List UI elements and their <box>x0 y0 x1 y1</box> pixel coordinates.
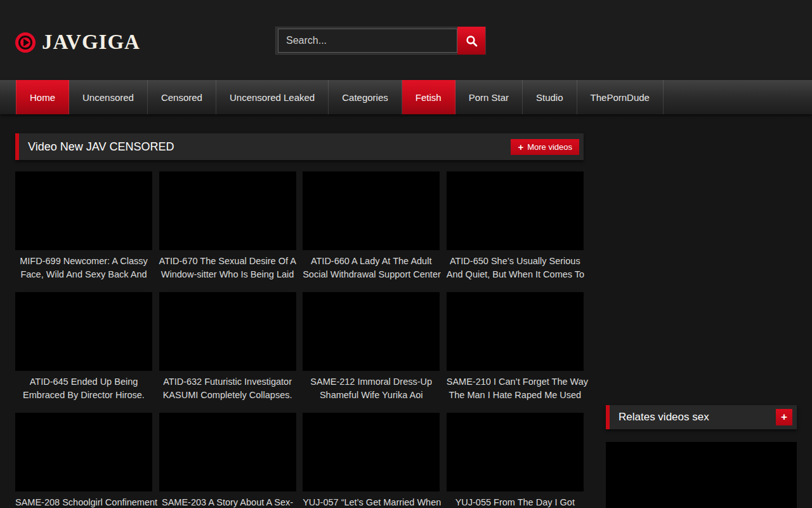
section-header-new-jav: Video New JAV CENSORED + More videos <box>15 133 584 160</box>
video-thumbnail[interactable] <box>447 292 584 371</box>
video-title: YUJ-057 “Let’s Get Married When <box>303 496 440 508</box>
play-icon-ring <box>18 36 32 50</box>
search-icon <box>466 35 478 47</box>
video-thumbnail[interactable] <box>303 292 440 371</box>
video-card[interactable]: ATID-632 Futuristic InvestigatorKASUMI C… <box>159 292 296 413</box>
nav-item-uncensored[interactable]: Uncensored <box>69 80 148 114</box>
video-thumbnail[interactable] <box>303 413 440 491</box>
main-nav: Home Uncensored Censored Uncensored Leak… <box>0 80 812 114</box>
sidebar-video-thumbnail[interactable] <box>606 442 797 508</box>
video-thumbnail[interactable] <box>447 413 584 491</box>
play-icon-triangle <box>23 39 29 46</box>
play-icon <box>15 32 36 53</box>
video-thumbnail[interactable] <box>159 413 296 491</box>
video-thumbnail[interactable] <box>303 171 440 250</box>
nav-item-fetish[interactable]: Fetish <box>402 80 455 114</box>
video-card[interactable]: SAME-203 A Story About A Sex- <box>159 413 296 508</box>
video-thumbnail[interactable] <box>15 292 152 371</box>
video-card[interactable]: SAME-210 I Can’t Forget The WayThe Man I… <box>447 292 584 413</box>
video-card[interactable]: SAME-212 Immoral Dress-UpShameful Wife Y… <box>303 292 440 413</box>
search-button[interactable] <box>457 27 485 55</box>
plus-icon: + <box>518 142 523 152</box>
video-title: ATID-670 The Sexual Desire Of AWindow-si… <box>159 255 296 281</box>
video-grid: MIFD-699 Newcomer: A ClassyFace, Wild An… <box>15 171 584 508</box>
search-input[interactable] <box>278 29 457 53</box>
plus-icon: + <box>781 411 787 424</box>
sidebar-section-title: Relates videos sex <box>610 411 709 424</box>
video-title: ATID-650 She’s Usually SeriousAnd Quiet,… <box>447 255 584 281</box>
video-card[interactable]: YUJ-055 From The Day I Got <box>447 413 584 508</box>
video-thumbnail[interactable] <box>159 171 296 250</box>
more-videos-label: More videos <box>527 142 572 152</box>
sidebar-expand-button[interactable]: + <box>776 409 792 425</box>
video-title: SAME-203 A Story About A Sex- <box>159 496 296 508</box>
video-thumbnail[interactable] <box>159 292 296 371</box>
video-title: SAME-210 I Can’t Forget The WayThe Man I… <box>447 375 584 402</box>
nav-item-theporndude[interactable]: ThePornDude <box>577 80 664 114</box>
video-thumbnail[interactable] <box>15 413 152 491</box>
nav-item-categories[interactable]: Categories <box>329 80 402 114</box>
nav-item-porn-star[interactable]: Porn Star <box>455 80 523 114</box>
site-header: JAVGIGA <box>0 0 812 80</box>
video-title: YUJ-055 From The Day I Got <box>447 496 584 508</box>
brand-name: JAVGIGA <box>42 30 140 54</box>
video-card[interactable]: ATID-645 Ended Up BeingEmbraced By Direc… <box>15 292 152 413</box>
video-title: ATID-660 A Lady At The AdultSocial Withd… <box>303 255 440 281</box>
search-bar <box>275 27 486 55</box>
nav-item-studio[interactable]: Studio <box>523 80 577 114</box>
video-title: ATID-645 Ended Up BeingEmbraced By Direc… <box>15 375 152 402</box>
video-title: ATID-632 Futuristic InvestigatorKASUMI C… <box>159 375 296 402</box>
video-card[interactable]: ATID-650 She’s Usually SeriousAnd Quiet,… <box>447 171 584 292</box>
sidebar-section-header: Relates videos sex + <box>606 405 797 429</box>
video-card[interactable]: ATID-670 The Sexual Desire Of AWindow-si… <box>159 171 296 292</box>
video-title: SAME-212 Immoral Dress-UpShameful Wife Y… <box>303 375 440 402</box>
video-title: SAME-208 Schoolgirl Confinement <box>15 496 152 508</box>
video-card[interactable]: ATID-660 A Lady At The AdultSocial Withd… <box>303 171 440 292</box>
nav-item-censored[interactable]: Censored <box>148 80 216 114</box>
video-title: MIFD-699 Newcomer: A ClassyFace, Wild An… <box>15 255 152 281</box>
nav-item-uncensored-leaked[interactable]: Uncensored Leaked <box>216 80 329 114</box>
more-videos-button[interactable]: + More videos <box>511 139 579 155</box>
video-thumbnail[interactable] <box>447 171 584 250</box>
video-card[interactable]: SAME-208 Schoolgirl Confinement <box>15 413 152 508</box>
video-thumbnail[interactable] <box>15 171 152 250</box>
video-card[interactable]: MIFD-699 Newcomer: A ClassyFace, Wild An… <box>15 171 152 292</box>
nav-item-home[interactable]: Home <box>16 80 69 114</box>
logo[interactable]: JAVGIGA <box>15 30 140 54</box>
video-card[interactable]: YUJ-057 “Let’s Get Married When <box>303 413 440 508</box>
section-title: Video New JAV CENSORED <box>19 140 174 154</box>
